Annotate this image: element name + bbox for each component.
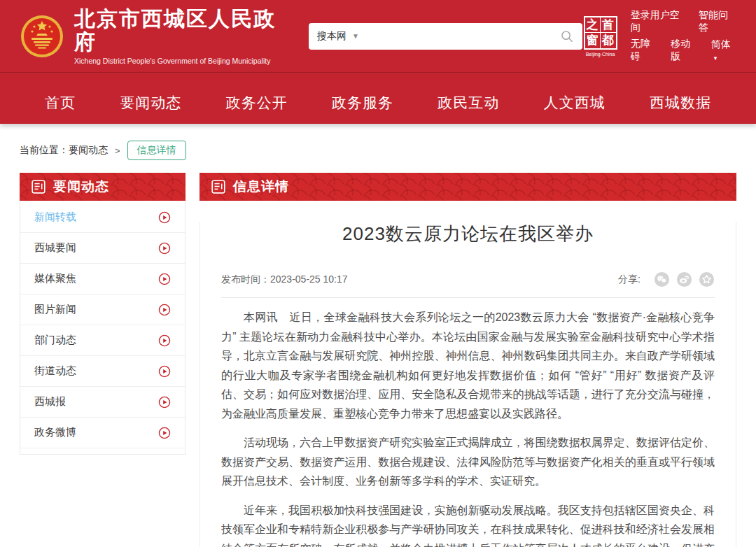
detail-doc-icon — [211, 179, 226, 194]
share-wechat-icon[interactable] — [654, 271, 670, 287]
breadcrumb-label: 当前位置： — [20, 144, 69, 157]
play-circle-icon — [158, 365, 171, 378]
portal-char: 首 — [601, 17, 616, 33]
search-scope-label: 搜本网 — [317, 30, 346, 43]
portal-caption: Beijing-China — [582, 52, 617, 57]
article-paragraph: 活动现场，六合上甲数据资产研究实验室正式揭牌成立，将围绕数据权属界定、数据评估定… — [221, 433, 715, 491]
sidebar-item-department-news[interactable]: 部门动态 — [20, 325, 185, 356]
search-box: 搜本网 ▼ — [309, 23, 582, 50]
portal-char: 都 — [601, 33, 616, 48]
portal-char: 窗 — [585, 33, 601, 48]
search-icon[interactable] — [560, 29, 574, 43]
sidebar-header: 要闻动态 — [20, 173, 186, 201]
nav-item-gov-services[interactable]: 政务服务 — [332, 93, 393, 113]
sidebar-item-photo-news[interactable]: 图片新闻 — [20, 294, 185, 325]
sidebar-list: 新闻转载 西城要闻 媒体聚焦 图片新闻 部门动态 街道动态 — [20, 201, 186, 455]
nav-item-xicheng-data[interactable]: 西城数据 — [650, 93, 711, 113]
news-doc-icon — [31, 179, 46, 194]
login-user-space-link[interactable]: 登录用户空间 — [631, 9, 687, 34]
play-circle-icon — [158, 273, 171, 285]
sidebar-item-media-focus[interactable]: 媒体聚焦 — [20, 264, 185, 294]
article-panel-title: 信息详情 — [233, 178, 289, 196]
share-favorite-icon[interactable] — [699, 271, 715, 287]
chevron-down-icon: ▼ — [352, 32, 359, 40]
search-scope-dropdown[interactable]: 搜本网 ▼ — [317, 30, 359, 43]
sidebar: 要闻动态 新闻转载 西城要闻 媒体聚焦 图片新闻 部门动态 — [20, 173, 186, 455]
share-label: 分享: — [618, 274, 640, 286]
site-title: 北京市西城区人民政府 — [74, 7, 290, 53]
site-logo[interactable]: 北京市西城区人民政府 Xicheng District People's Gov… — [20, 7, 290, 65]
share-group: 分享: — [618, 271, 715, 287]
article-paragraph: 近年来，我国积极加快科技强国建设，实施创新驱动发展战略。我区支持包括辖区国资央企… — [221, 501, 715, 547]
article-meta: 发布时间：2023-05-25 10:17 分享: — [221, 271, 715, 287]
simplified-chinese-link[interactable]: 简体▾ — [711, 38, 736, 62]
nav-item-gov-affairs-open[interactable]: 政务公开 — [226, 93, 288, 113]
site-subtitle: Xicheng District People's Government of … — [74, 57, 290, 65]
article-title: 2023数云原力论坛在我区举办 — [221, 222, 715, 246]
accessibility-link[interactable]: 无障碍 — [631, 38, 660, 63]
sidebar-title: 要闻动态 — [53, 178, 109, 196]
article-panel: 信息详情 2023数云原力论坛在我区举办 发布时间：2023-05-25 10:… — [200, 173, 736, 547]
nav-item-news[interactable]: 要闻动态 — [120, 93, 181, 113]
smart-qa-link[interactable]: 智能问答 — [699, 9, 736, 34]
article-paragraph: 本网讯 近日，全球金融科技大会系列论坛之一的2023数云原力大会 “数据资产·金… — [221, 308, 715, 423]
beijing-portal-logo[interactable]: 之 首 窗 都 Beijing-China — [582, 16, 617, 57]
sidebar-item-xicheng-paper[interactable]: 西城报 — [20, 387, 185, 418]
article-box: 2023数云原力论坛在我区举办 发布时间：2023-05-25 10:17 分享… — [200, 222, 736, 547]
breadcrumb-separator: > — [115, 145, 120, 156]
play-circle-icon — [158, 211, 171, 224]
sidebar-item-street-news[interactable]: 街道动态 — [20, 356, 185, 387]
breadcrumb: 当前位置： 要闻动态 > 信息详情 — [20, 141, 736, 160]
play-circle-icon — [158, 427, 171, 439]
breadcrumb-link-news[interactable]: 要闻动态 — [69, 144, 108, 157]
mobile-version-link[interactable]: 移动版 — [671, 38, 700, 63]
nav-item-home[interactable]: 首页 — [45, 93, 76, 113]
sidebar-item-xicheng-news[interactable]: 西城要闻 — [20, 233, 185, 264]
search-input[interactable] — [365, 31, 555, 42]
caret-down-icon: ▾ — [714, 55, 718, 62]
play-circle-icon — [158, 396, 171, 409]
sidebar-item-news-repost[interactable]: 新闻转载 — [20, 202, 185, 233]
publish-time: 发布时间：2023-05-25 10:17 — [221, 274, 348, 286]
play-circle-icon — [158, 304, 171, 316]
nav-item-culture-xicheng[interactable]: 人文西城 — [544, 93, 606, 113]
share-weibo-icon[interactable] — [676, 271, 692, 287]
portal-grid-icon: 之 首 窗 都 — [584, 16, 617, 50]
article-panel-header: 信息详情 — [200, 173, 736, 201]
nav-item-public-interaction[interactable]: 政民互动 — [438, 93, 499, 113]
play-circle-icon — [158, 242, 171, 255]
sidebar-item-gov-weibo[interactable]: 政务微博 — [20, 418, 185, 448]
national-emblem-icon — [20, 14, 64, 59]
play-circle-icon — [158, 334, 171, 347]
article-body: 本网讯 近日，全球金融科技大会系列论坛之一的2023数云原力大会 “数据资产·金… — [221, 308, 715, 547]
site-header: 北京市西城区人民政府 Xicheng District People's Gov… — [0, 0, 756, 72]
portal-char: 之 — [585, 17, 601, 33]
breadcrumb-current-badge[interactable]: 信息详情 — [127, 141, 186, 160]
meta-divider — [221, 297, 715, 298]
main-nav: 首页 要闻动态 政务公开 政务服务 政民互动 人文西城 西城数据 — [0, 72, 756, 124]
